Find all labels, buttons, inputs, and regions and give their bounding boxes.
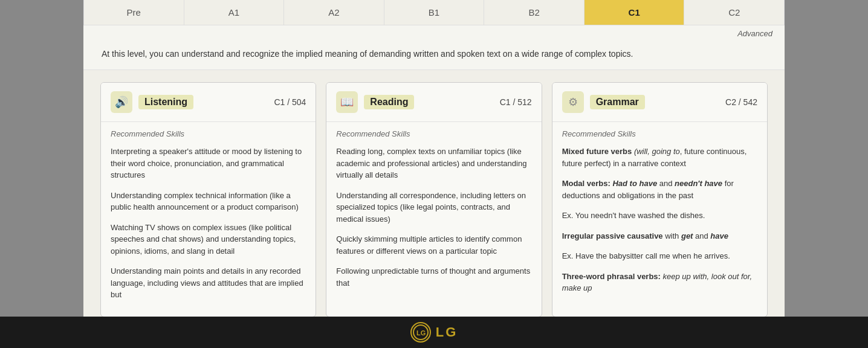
reading-recommended-label: Recommended Skills: [336, 129, 531, 138]
list-item: Mixed future verbs (will, going to, futu…: [562, 146, 757, 169]
list-item: Interpreting a speaker's attitude or moo…: [111, 146, 306, 181]
tab-b2[interactable]: B2: [484, 0, 585, 25]
level-description: At this level, you can understand and re…: [83, 38, 785, 70]
tab-pre[interactable]: Pre: [83, 0, 184, 25]
grammar-body: Recommended Skills Mixed future verbs (w…: [552, 122, 767, 310]
lg-circle-icon: LG: [410, 322, 431, 343]
grammar-level: C2 / 542: [725, 97, 757, 107]
reading-level: C1 / 512: [500, 97, 532, 107]
grammar-name: Grammar: [590, 95, 645, 109]
list-item: Ex. Have the babysitter call me when he …: [562, 250, 757, 262]
reading-header: 📖 Reading C1 / 512: [326, 83, 541, 122]
grammar-header: ⚙ Grammar C2 / 542: [552, 83, 767, 122]
grammar-recommended-label: Recommended Skills: [562, 129, 757, 138]
listening-card: 🔊 Listening C1 / 504 Recommended Skills …: [100, 82, 316, 317]
list-item: Understanding all correspondence, includ…: [336, 190, 531, 225]
skills-grid: 🔊 Listening C1 / 504 Recommended Skills …: [83, 70, 785, 317]
reading-name: Reading: [364, 95, 414, 109]
listening-body: Recommended Skills Interpreting a speake…: [101, 122, 316, 317]
listening-level: C1 / 504: [274, 97, 306, 107]
tab-b1[interactable]: B1: [384, 0, 485, 25]
lg-footer: LG LG: [0, 317, 868, 348]
list-item: Irregular passive causative with get and…: [562, 230, 757, 242]
list-item: Three-word phrasal verbs: keep up with, …: [562, 271, 757, 294]
reading-card: 📖 Reading C1 / 512 Recommended Skills Re…: [326, 82, 542, 317]
listening-header: 🔊 Listening C1 / 504: [101, 83, 316, 122]
level-tabs: Pre A1 A2 B1 B2 C1 C2: [83, 0, 785, 25]
reading-body: Recommended Skills Reading long, complex…: [326, 122, 541, 304]
listening-recommended-label: Recommended Skills: [111, 129, 306, 138]
lg-logo: LG LG: [410, 322, 458, 343]
lg-brand-text: LG: [436, 324, 458, 340]
tab-a1[interactable]: A1: [184, 0, 285, 25]
listening-name: Listening: [138, 95, 193, 109]
list-item: Reading long, complex texts on unfamilia…: [336, 146, 531, 181]
svg-text:LG: LG: [416, 329, 426, 337]
list-item: Quickly skimming multiple articles to id…: [336, 233, 531, 257]
tab-a2[interactable]: A2: [284, 0, 384, 25]
list-item: Understanding main points and details in…: [111, 265, 306, 301]
listening-icon: 🔊: [111, 91, 132, 113]
level-sublabel: Advanced: [83, 25, 785, 38]
grammar-card: ⚙ Grammar C2 / 542 Recommended Skills Mi…: [552, 82, 768, 317]
list-item: Modal verbs: Had to have and needn't hav…: [562, 178, 757, 201]
list-item: Following unpredictable turns of thought…: [336, 265, 531, 289]
reading-icon: 📖: [336, 91, 358, 113]
tab-c1[interactable]: C1: [585, 0, 685, 25]
grammar-icon: ⚙: [562, 91, 584, 113]
tab-c2[interactable]: C2: [684, 0, 785, 25]
list-item: Ex. You needn't have washed the dishes.: [562, 210, 757, 222]
list-item: Understanding complex technical informat…: [111, 190, 306, 213]
list-item: Watching TV shows on complex issues (lik…: [111, 222, 306, 257]
lg-icon-svg: LG: [412, 324, 429, 341]
